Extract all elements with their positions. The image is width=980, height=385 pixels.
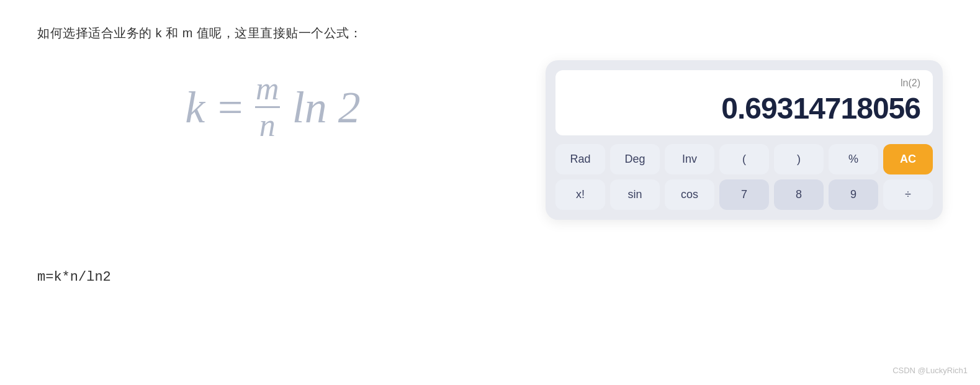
content-area: k = m n ln 2 ln(2) 0.69314718056 Rad Deg: [37, 60, 943, 220]
btn-cos[interactable]: cos: [665, 179, 714, 210]
btn-percent[interactable]: %: [829, 144, 878, 174]
calc-buttons: Rad Deg Inv ( ) % AC x! sin cos 7 8 9 ÷: [555, 144, 933, 210]
bottom-formula-text: m=k*n/ln2: [37, 270, 943, 285]
formula-denominator: n: [259, 109, 276, 142]
btn-sin[interactable]: sin: [610, 179, 660, 210]
watermark: CSDN @LuckyRich1: [892, 366, 968, 375]
btn-factorial[interactable]: x!: [555, 179, 605, 210]
btn-divide[interactable]: ÷: [883, 179, 933, 210]
formula-equals: =: [215, 85, 245, 130]
page-container: 如何选择适合业务的 k 和 m 值呢，这里直接贴一个公式： k = m n ln…: [0, 0, 980, 385]
btn-9[interactable]: 9: [829, 179, 878, 210]
formula-k: k: [185, 85, 205, 130]
calc-expression: ln(2): [901, 78, 920, 89]
calc-display: ln(2) 0.69314718056: [555, 70, 933, 135]
intro-text: 如何选择适合业务的 k 和 m 值呢，这里直接贴一个公式：: [37, 25, 943, 42]
calc-result: 0.69314718056: [721, 91, 920, 125]
formula-ln2: ln 2: [292, 85, 361, 130]
formula-display: k = m n ln 2: [185, 73, 361, 142]
btn-8[interactable]: 8: [774, 179, 824, 210]
btn-open-paren[interactable]: (: [719, 144, 769, 174]
btn-inv[interactable]: Inv: [665, 144, 714, 174]
formula-numerator: m: [256, 73, 279, 105]
calculator: ln(2) 0.69314718056 Rad Deg Inv ( ) % AC…: [546, 60, 943, 220]
btn-deg[interactable]: Deg: [610, 144, 660, 174]
formula-area: k = m n ln 2: [37, 60, 508, 142]
btn-rad[interactable]: Rad: [555, 144, 605, 174]
formula-fraction: m n: [255, 73, 280, 142]
btn-close-paren[interactable]: ): [774, 144, 824, 174]
btn-ac[interactable]: AC: [883, 144, 933, 174]
btn-7[interactable]: 7: [719, 179, 769, 210]
